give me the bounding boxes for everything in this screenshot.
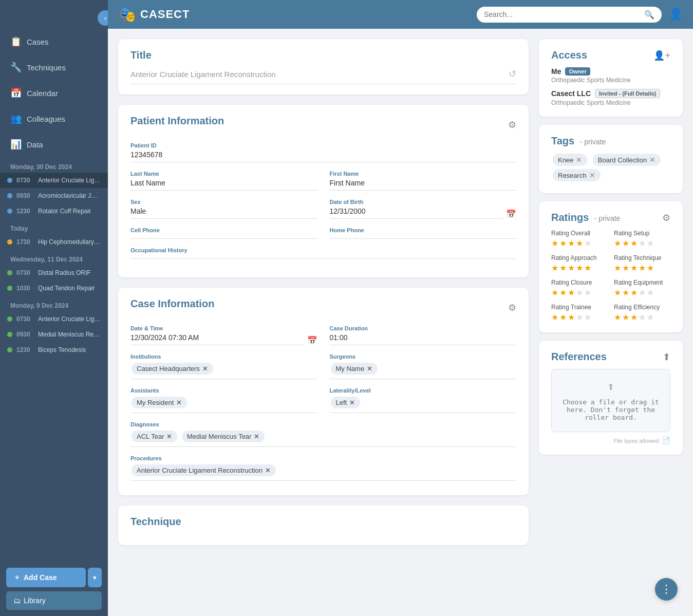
remove-tag-0[interactable]: ✕ (576, 156, 582, 164)
remove-surgeon-0[interactable]: ✕ (367, 365, 372, 372)
star-filled-6-2: ★ (568, 312, 575, 322)
sidebar-case-3-0[interactable]: 0730 Anterior Cruciate Ligame... (0, 311, 108, 327)
patient-info-gear-icon[interactable]: ⚙ (508, 119, 516, 130)
laterality-chip-0[interactable]: Left ✕ (331, 397, 361, 408)
surgeon-chip-0[interactable]: My Name ✕ (331, 363, 378, 375)
institution-chip-0[interactable]: Casect Headquarters ✕ (132, 363, 213, 375)
sidebar-item-data[interactable]: 📊Data (0, 132, 108, 157)
star-filled-4-1: ★ (559, 288, 567, 297)
logo-area: 🎭 CASECT (118, 6, 190, 23)
references-card: References ⬆ ⬆ Choose a file or drag it … (539, 341, 683, 455)
access-badge-0: Owner (565, 67, 590, 76)
case-time-0-0: 0730 (16, 177, 34, 184)
tags-card: Tags - private Knee ✕ Board Collection ✕… (539, 125, 683, 193)
sidebar-case-0-0[interactable]: 0730 Anterior Cruciate Ligame... (0, 173, 108, 188)
logo-icon: 🎭 (118, 6, 136, 23)
tag-chip-2[interactable]: Research ✕ (553, 169, 601, 181)
rating-label-5: Rating Equipment (614, 279, 670, 286)
remove-tag-2[interactable]: ✕ (589, 171, 595, 179)
library-button[interactable]: 🗂 Library (6, 591, 102, 610)
remove-laterality-0[interactable]: ✕ (349, 399, 355, 406)
date-time-calendar-icon[interactable]: 📅 (307, 335, 317, 345)
remove-diagnosis-1[interactable]: ✕ (254, 433, 259, 440)
add-case-button[interactable]: ＋ Add Case (6, 568, 86, 587)
sidebar-item-colleagues[interactable]: 👥Colleagues (0, 106, 108, 132)
calendar-icon[interactable]: 📅 (506, 209, 516, 219)
star-filled-1-2: ★ (630, 238, 638, 248)
title-reset-icon[interactable]: ↺ (509, 68, 516, 80)
remove-tag-1[interactable]: ✕ (649, 156, 655, 164)
sidebar-case-1-0[interactable]: 1730 Hip Cephomedullary Nail (0, 234, 108, 250)
add-access-icon[interactable]: 👤+ (653, 50, 670, 61)
user-icon[interactable]: 👤 (669, 8, 683, 21)
reference-upload-area[interactable]: ⬆ Choose a file or drag it here. Don't f… (551, 369, 670, 432)
sex-value[interactable]: Male (130, 207, 317, 219)
access-org-1: Orthopaedic Sports Medicine (551, 99, 670, 106)
case-dot-3-1 (7, 332, 12, 337)
dob-value[interactable]: 12/31/2000 (330, 207, 503, 219)
title-input[interactable] (130, 70, 509, 79)
last-name-value[interactable]: Last Name (130, 179, 317, 191)
star-filled-0-2: ★ (568, 238, 575, 248)
sidebar-section-title-1: Today (0, 219, 108, 234)
plus-icon: ＋ (13, 573, 21, 582)
diagnosis-chip-1[interactable]: Medial Meniscus Tear ✕ (182, 431, 265, 442)
access-name-1: Casect LLC (551, 89, 591, 98)
star-filled-2-0: ★ (551, 263, 558, 273)
patient-id-label: Patient ID (130, 142, 516, 148)
rating-label-0: Rating Overall (551, 230, 608, 237)
case-dot-2-1 (7, 286, 12, 291)
sidebar-case-0-1[interactable]: 0930 Acromioclavicular Joint R... (0, 188, 108, 203)
laterality-label: Laterality/Level (330, 387, 517, 394)
sidebar-item-cases[interactable]: 📋Cases (0, 29, 108, 54)
sidebar-case-0-2[interactable]: 1230 Rotator Cuff Repair (0, 203, 108, 219)
ratings-gear-icon[interactable]: ⚙ (662, 212, 670, 223)
star-empty-7-1: ★ (647, 312, 654, 322)
star-filled-3-1: ★ (622, 263, 629, 273)
case-info-gear-icon[interactable]: ⚙ (508, 302, 516, 313)
rating-label-1: Rating Setup (614, 230, 670, 237)
remove-institution-0[interactable]: ✕ (202, 365, 208, 372)
date-time-value[interactable]: 12/30/2024 07:30 AM (130, 333, 304, 345)
remove-diagnosis-0[interactable]: ✕ (166, 433, 172, 440)
procedure-chip-0[interactable]: Anterior Cruciate Ligament Reconstructio… (132, 464, 276, 476)
case-time-3-0: 0730 (16, 315, 34, 323)
duration-value[interactable]: 01:00 (330, 333, 517, 345)
sidebar-item-techniques[interactable]: 🔧Techniques (0, 54, 108, 80)
tag-chip-1[interactable]: Board Collection ✕ (593, 154, 661, 166)
assistants-chips: My Resident ✕ (130, 396, 317, 409)
home-phone-label: Home Phone (330, 227, 517, 233)
sidebar-item-calendar[interactable]: 📅Calendar (0, 80, 108, 106)
case-dot-0-0 (7, 178, 12, 183)
assistant-chip-0[interactable]: My Resident ✕ (132, 397, 187, 408)
patient-id-value: 12345678 (130, 151, 516, 162)
sidebar-nav-label-calendar: Calendar (27, 89, 58, 98)
sidebar-case-2-1[interactable]: 1030 Quad Tendon Repair (0, 281, 108, 296)
case-name-0-1: Acromioclavicular Joint R... (38, 192, 101, 199)
references-upload-icon[interactable]: ⬆ (663, 351, 670, 363)
pdf-icon: 📄 (662, 436, 670, 444)
star-filled-5-2: ★ (630, 288, 638, 297)
tag-chip-0[interactable]: Knee ✕ (553, 154, 587, 166)
sex-label: Sex (130, 199, 317, 205)
sidebar-case-2-0[interactable]: 0730 Distal Radius ORIF (0, 265, 108, 281)
search-input[interactable] (484, 10, 640, 18)
first-name-value[interactable]: First Name (330, 179, 517, 191)
library-label: Library (24, 596, 46, 605)
cell-phone-value[interactable] (130, 235, 317, 239)
star-empty-7-0: ★ (639, 312, 646, 322)
add-case-dropdown-button[interactable]: ▾ (88, 568, 102, 587)
institutions-label: Institutions (130, 353, 317, 360)
dob-label: Date of Birth (330, 199, 517, 205)
star-empty-0-0: ★ (584, 238, 591, 248)
remove-procedure-0[interactable]: ✕ (265, 466, 271, 474)
sidebar-case-3-2[interactable]: 1230 Biceps Tenodesis (0, 342, 108, 358)
occupational-history-value[interactable] (130, 255, 516, 259)
sidebar-case-3-1[interactable]: 0930 Medial Meniscus Repair (0, 327, 108, 342)
remove-assistant-0[interactable]: ✕ (176, 399, 182, 406)
home-phone-value[interactable] (330, 235, 517, 239)
star-filled-3-2: ★ (630, 263, 638, 273)
diagnosis-chip-0[interactable]: ACL Tear ✕ (132, 431, 177, 442)
case-info-card: Case Information ⚙ Date & Time 12/30/202… (118, 288, 529, 495)
fab-button[interactable]: ⋮ (655, 578, 678, 601)
